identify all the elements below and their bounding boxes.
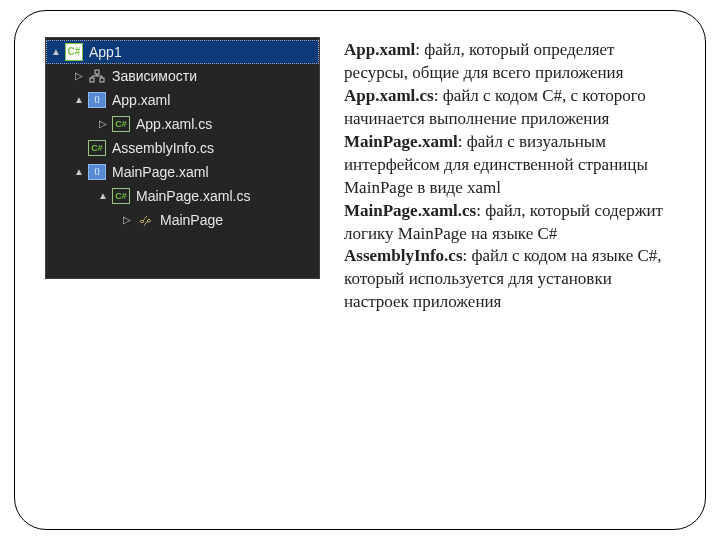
xaml-file-icon: ⟨⟩	[88, 163, 106, 181]
collapse-icon[interactable]: ▲	[74, 160, 84, 184]
desc-entry: App.xaml: файл, который определяет ресур…	[344, 39, 675, 85]
csharp-file-icon: C#	[112, 187, 130, 205]
expand-icon[interactable]: ▷	[98, 112, 108, 136]
csharp-file-icon: C#	[88, 139, 106, 157]
description-panel: App.xaml: файл, который определяет ресур…	[344, 37, 675, 503]
tree-item-dependencies[interactable]: ▷ Зависимости	[46, 64, 319, 88]
desc-term: App.xaml.cs	[344, 86, 434, 105]
desc-entry: AssemblyInfo.cs: файл с кодом на языке C…	[344, 245, 675, 314]
tree-item-app-xaml[interactable]: ▲ ⟨⟩ App.xaml	[46, 88, 319, 112]
tree-item-label: App.xaml	[112, 88, 170, 112]
collapse-icon[interactable]: ▲	[74, 88, 84, 112]
tree-item-mainpage-class[interactable]: ▷ 🝰 MainPage	[46, 208, 319, 232]
collapse-icon[interactable]: ▲	[51, 40, 61, 64]
xaml-file-icon: ⟨⟩	[88, 91, 106, 109]
tree-item-label: MainPage.xaml	[112, 160, 209, 184]
collapse-icon[interactable]: ▲	[98, 184, 108, 208]
svg-rect-1	[90, 78, 94, 82]
dependencies-icon	[88, 69, 106, 83]
expand-icon[interactable]: ▷	[74, 64, 84, 88]
desc-entry: App.xaml.cs: файл с кодом C#, с которого…	[344, 85, 675, 131]
desc-term: MainPage.xaml	[344, 132, 458, 151]
tree-item-mainpage-xaml[interactable]: ▲ ⟨⟩ MainPage.xaml	[46, 160, 319, 184]
slide-card: ▲ C# App1 ▷ Зависимости ▲ ⟨⟩ A	[14, 10, 706, 530]
tree-item-app-xaml-cs[interactable]: ▷ C# App.xaml.cs	[46, 112, 319, 136]
tree-item-mainpage-xaml-cs[interactable]: ▲ C# MainPage.xaml.cs	[46, 184, 319, 208]
csharp-file-icon: C#	[112, 115, 130, 133]
tree-item-label: App1	[89, 40, 122, 64]
class-icon: 🝰	[136, 211, 154, 229]
svg-rect-2	[100, 78, 104, 82]
tree-item-assemblyinfo[interactable]: ▷ C# AssemblyInfo.cs	[46, 136, 319, 160]
tree-item-project[interactable]: ▲ C# App1	[46, 40, 319, 64]
desc-term: App.xaml	[344, 40, 415, 59]
tree-item-label: App.xaml.cs	[136, 112, 212, 136]
tree-item-label: Зависимости	[112, 64, 197, 88]
desc-entry: MainPage.xaml.cs: файл, который содержит…	[344, 200, 675, 246]
spacer-icon: ▷	[74, 136, 84, 160]
tree-item-label: MainPage	[160, 208, 223, 232]
tree-item-label: MainPage.xaml.cs	[136, 184, 250, 208]
expand-icon[interactable]: ▷	[122, 208, 132, 232]
desc-term: MainPage.xaml.cs	[344, 201, 476, 220]
desc-term: AssemblyInfo.cs	[344, 246, 463, 265]
csharp-project-icon: C#	[65, 43, 83, 61]
tree-item-label: AssemblyInfo.cs	[112, 136, 214, 160]
solution-explorer-panel: ▲ C# App1 ▷ Зависимости ▲ ⟨⟩ A	[45, 37, 320, 279]
desc-entry: MainPage.xaml: файл с визуальным интерфе…	[344, 131, 675, 200]
svg-rect-0	[95, 70, 99, 74]
